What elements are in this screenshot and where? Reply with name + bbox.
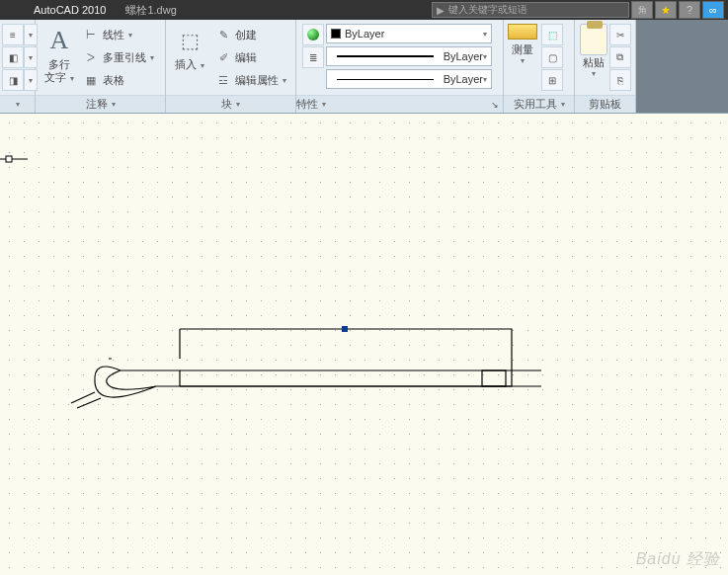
dim-linear-button[interactable]: ⊢线性▾ [83, 24, 154, 45]
chevron-down-icon: ▾ [322, 100, 326, 109]
title-bar: AutoCAD 2010 螺栓1.dwg ▶ 键入关键字或短语 角 ★ ? ∞ [0, 0, 728, 20]
table-label: 表格 [103, 73, 124, 88]
paste-button[interactable]: 粘贴 ▾ [580, 24, 607, 78]
match-prop-button[interactable] [302, 24, 324, 45]
cut-button[interactable]: ✂ [609, 24, 631, 45]
chevron-down-icon: ▾ [16, 100, 20, 109]
match-icon: ◧ [9, 52, 18, 63]
link-icon: ∞ [709, 4, 717, 16]
drawing-content [0, 114, 728, 575]
search-icon: ▶ [437, 5, 445, 16]
color-combo[interactable]: ByLayer ▾ [326, 24, 492, 43]
svg-line-5 [71, 392, 95, 403]
edit-icon: ✐ [215, 51, 231, 64]
block-create-button[interactable]: ✎创建 [215, 24, 286, 45]
mtext-label-top: 多行 [48, 58, 70, 70]
color-swatch [331, 29, 341, 39]
brush-icon: ⎘ [617, 75, 623, 86]
mtext-icon: A [41, 24, 77, 57]
mtext-button[interactable]: A 多行 文字 ▾ [41, 24, 77, 84]
attr-icon: ☲ [215, 74, 231, 87]
title-button-1[interactable]: 角 [631, 1, 653, 19]
svg-rect-4 [482, 370, 506, 386]
paste-label: 粘贴 [583, 56, 605, 68]
annotate-panel-label[interactable]: 注释▾ [36, 95, 165, 113]
selectall-button[interactable]: ▢ [541, 46, 563, 68]
layer-iso-button[interactable]: ◨ [2, 69, 24, 91]
chevron-down-icon: ▾ [112, 100, 116, 109]
iso-icon: ◨ [9, 75, 18, 86]
search-input[interactable]: ▶ 键入关键字或短语 [432, 2, 629, 18]
quickselect-button[interactable]: ⬚ [541, 24, 563, 45]
list-button[interactable]: ≣ [302, 46, 324, 68]
clipboard-panel: 粘贴 ▾ ✂ ⧉ ⎘ 剪贴板 [575, 20, 636, 113]
copy-icon: ⧉ [616, 51, 623, 63]
app-name: AutoCAD 2010 [34, 4, 106, 16]
unsaved-layer-button[interactable]: ≡ [2, 24, 24, 45]
svg-rect-1 [6, 156, 12, 162]
utilities-panel-label[interactable]: 实用工具▾ [504, 95, 574, 113]
insert-label: 插入 ▾ [175, 58, 203, 71]
properties-panel-label[interactable]: 特性▾↘ [296, 95, 503, 113]
globe-icon [307, 29, 319, 41]
insert-button[interactable]: ⬚ 插入 ▾ [172, 24, 207, 71]
measure-button[interactable]: 测量 ▾ [508, 24, 537, 65]
ribbon: ≡▾ ◧▾ ◨▾ ▾ A 多行 文字 ▾ ⊢线性▾ ᐳ多重引线▾ ▦表格 注释▾ [0, 20, 728, 114]
ruler-icon [508, 24, 537, 40]
copy-button[interactable]: ⧉ [609, 46, 631, 68]
chevron-down-icon: ▾ [236, 100, 240, 109]
watermark: Baidu 经验 [636, 549, 720, 570]
block-panel-label[interactable]: 块▾ [166, 95, 295, 113]
edit-attr-button[interactable]: ☲编辑属性▾ [215, 69, 286, 91]
title-button-3[interactable]: ? [679, 1, 700, 19]
block-create-label: 创建 [235, 28, 257, 42]
search-placeholder: 键入关键字或短语 [448, 3, 527, 17]
selection-grip[interactable] [342, 326, 348, 332]
properties-panel: ByLayer ▾ ≣ ByLayer ▾ ByLayer ▾ [296, 20, 504, 113]
copyclip-button[interactable]: ⎘ [609, 69, 631, 91]
chevron-down-icon: ▾ [483, 30, 487, 39]
lineweight-combo[interactable]: ByLayer ▾ [326, 46, 492, 66]
calc-icon: ⊞ [548, 75, 556, 86]
chevron-down-icon: ▾ [483, 75, 487, 84]
document-name: 螺栓1.dwg [125, 3, 176, 18]
infocenter-button[interactable]: ∞ [702, 1, 724, 19]
block-edit-button[interactable]: ✐编辑 [215, 46, 286, 68]
chevron-down-icon: ▾ [561, 100, 565, 109]
chevron-down-icon: ▾ [29, 76, 33, 85]
star-icon: ★ [661, 4, 671, 17]
info-icon: ? [687, 4, 692, 16]
table-button[interactable]: ▦表格 [83, 69, 154, 91]
lineweight-value: ByLayer [444, 50, 483, 62]
block-edit-label: 编辑 [235, 50, 257, 65]
linetype-value: ByLayer [444, 73, 483, 85]
linetype-sample [337, 79, 434, 80]
insert-icon: ⬚ [172, 24, 207, 57]
chevron-down-icon: ▾ [483, 52, 487, 61]
edit-attr-label: 编辑属性 [235, 73, 279, 88]
dim-linear-label: 线性 [103, 28, 124, 42]
chevron-down-icon: ▾ [592, 69, 596, 78]
chevron-down-icon: ▾ [29, 53, 33, 62]
utilities-panel: 测量 ▾ ⬚ ▢ ⊞ 实用工具▾ [504, 20, 575, 113]
selectall-icon: ▢ [548, 52, 557, 63]
color-value: ByLayer [345, 28, 384, 40]
drawing-canvas[interactable]: Baidu 经验 [0, 114, 728, 575]
select-icon: ⬚ [548, 30, 557, 41]
panel-label-left: ▾ [0, 95, 35, 113]
title-button-2[interactable]: ★ [655, 1, 677, 19]
clipboard-panel-label: 剪贴板 [575, 95, 635, 113]
mleader-icon: ᐳ [83, 51, 99, 64]
mleader-button[interactable]: ᐳ多重引线▾ [83, 46, 154, 68]
help-icon: 角 [638, 4, 647, 17]
svg-line-6 [77, 398, 101, 408]
list-icon: ≣ [309, 52, 317, 63]
linetype-combo[interactable]: ByLayer ▾ [326, 69, 492, 89]
partial-left-panel: ≡▾ ◧▾ ◨▾ ▾ [0, 20, 36, 113]
mtext-label-bot: 文字 ▾ [44, 71, 73, 84]
quickcalc-button[interactable]: ⊞ [541, 69, 563, 91]
table-icon: ▦ [83, 74, 99, 87]
chevron-down-icon: ▾ [521, 56, 525, 65]
layer-match-button[interactable]: ◧ [2, 46, 24, 68]
dialog-launcher-icon[interactable]: ↘ [491, 100, 499, 110]
